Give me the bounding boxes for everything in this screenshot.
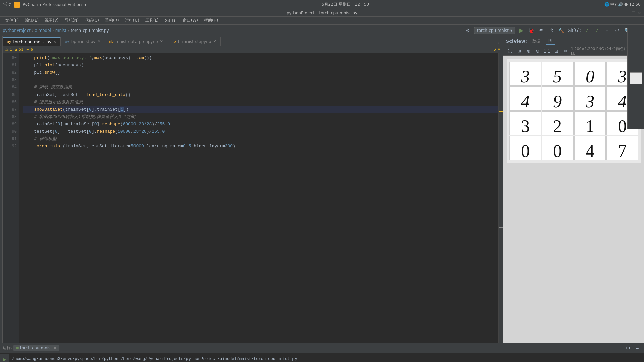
digit-cell-6: 3: [574, 86, 606, 111]
maximize-btn[interactable]: □: [632, 10, 636, 15]
toolbar-settings-btn[interactable]: ⚙: [464, 26, 472, 35]
menu-file[interactable]: 文件(F): [3, 17, 21, 24]
menu-refactor[interactable]: 重构(R): [102, 17, 122, 24]
digit-cell-13: 0: [542, 136, 573, 160]
zoom-out-btn[interactable]: ⊖: [534, 47, 542, 55]
run-config-box[interactable]: torch-cpu-mnist ▾: [474, 27, 515, 34]
svg-text:7: 7: [618, 141, 627, 160]
right-gutter: [498, 53, 503, 343]
toolbar: pythonProject › aimodel › mnist › torch-…: [0, 25, 644, 36]
image-grid-container: 3 5 0: [503, 56, 644, 343]
expand-btn[interactable]: ∧ ∨: [494, 47, 500, 52]
git-update-btn[interactable]: ↑: [603, 26, 611, 35]
app-name-label: PyCharm Professional Edition: [23, 2, 82, 7]
tab-tf-mnist[interactable]: nb tf-mnist-st.ipynb ✕: [167, 37, 221, 46]
code-line-83: [23, 76, 498, 84]
menu-code[interactable]: 代码(C): [82, 17, 102, 24]
code-line-81: plt.plot(accuracys): [23, 62, 498, 69]
code-line-86: # 随机显示图像及其信息: [23, 99, 498, 106]
bottom-minimize-btn[interactable]: –: [633, 344, 641, 352]
gutter-warn-2: [499, 227, 503, 228]
menu-view[interactable]: 视图(V): [42, 17, 61, 24]
breadcrumb-file: torch-cpu-mnist.py: [71, 28, 109, 33]
svg-text:3: 3: [521, 67, 530, 85]
window-controls[interactable]: – □ ×: [627, 10, 641, 15]
git-history-btn[interactable]: ↩: [613, 26, 621, 35]
bottom-content: ▶ ↑ ■ ↓ 📌 /home/wang/anaconda3/envs/pysp…: [0, 353, 644, 362]
code-lines[interactable]: print('max accuracy: ',max(accuracys).it…: [19, 53, 498, 343]
tab-bp-close[interactable]: ✕: [97, 39, 100, 44]
run-config-tab[interactable]: torch-cpu-mnist ✕: [13, 345, 59, 351]
grid-btn[interactable]: ⊞: [516, 47, 524, 55]
title-bar: pythonProject – torch-cpu-mnist.py – □ ×: [0, 9, 644, 17]
run-dot: [16, 347, 19, 349]
run-title-label: 运行:: [3, 345, 12, 351]
svg-text:4: 4: [521, 92, 530, 110]
digit-cell-15: 7: [606, 136, 638, 160]
editor-menu-btn[interactable]: ⋮: [493, 41, 503, 46]
code-container: 80 81 82 83 84 85 86 87 88 89 90 91 92 p…: [3, 53, 503, 343]
digit-cell-8: 3: [509, 111, 541, 135]
menu-tools[interactable]: 工具(L): [143, 17, 161, 24]
fit-page-btn[interactable]: ⊡: [552, 47, 560, 55]
digit-cell-5: 9: [542, 86, 573, 111]
tab-mnist-pre[interactable]: nb mnist-data-pre.ipynb ✕: [105, 37, 167, 46]
code-line-90: testSet[0] = testSet[0].reshape(10000,28…: [23, 128, 498, 135]
minimize-btn[interactable]: –: [627, 10, 630, 15]
menu-edit[interactable]: 编辑(E): [22, 17, 41, 24]
run-config-name: torch-cpu-mnist: [477, 28, 509, 33]
zoom-in-btn[interactable]: ⊕: [525, 47, 533, 55]
activities-label[interactable]: 活动: [3, 2, 11, 7]
tab-torch-close[interactable]: ✕: [53, 40, 56, 44]
menu-run[interactable]: 运行(U): [122, 17, 142, 24]
code-line-88: # 将图像28*28转换为1维数据,像素值转为0-1之间: [23, 113, 498, 121]
menu-help[interactable]: 帮助(H): [201, 17, 221, 24]
top-bar-right: 🌐 中▾ 🔊 ● 12:50: [604, 2, 641, 7]
build-btn[interactable]: 🔨: [557, 26, 566, 35]
gutter-warn-1: [499, 111, 503, 112]
bottom-panel-controls: ⚙ –: [624, 344, 641, 352]
sciview-tab-image[interactable]: 图: [546, 37, 555, 45]
bottom-tabs-header: 运行: torch-cpu-mnist ✕ ⚙ –: [0, 343, 644, 353]
zoom-fit-btn[interactable]: ⛶: [506, 47, 514, 55]
breadcrumb-aimodel[interactable]: aimodel: [35, 28, 51, 33]
tab-tf-close[interactable]: ✕: [213, 39, 216, 44]
run-btn[interactable]: ▶: [517, 26, 525, 35]
digit-cell-12: 0: [509, 136, 541, 160]
console-output: /home/wang/anaconda3/envs/pyspace/bin/py…: [9, 354, 644, 362]
svg-text:4: 4: [618, 92, 627, 110]
sciview-tab-data[interactable]: 数据: [530, 38, 543, 45]
menu-git[interactable]: Git(G): [162, 18, 179, 24]
menu-navigate[interactable]: 导航(N): [62, 17, 82, 24]
svg-text:4: 4: [586, 141, 594, 160]
run-tab-close[interactable]: ✕: [53, 346, 57, 350]
bottom-settings-btn[interactable]: ⚙: [624, 344, 632, 352]
sciview-toolbar: ⛶ ⊞ ⊕ ⊖ 1:1 ⊡ ✏ 1,200×1,200 PNG (24 位颜色)…: [503, 46, 644, 56]
svg-text:0: 0: [618, 116, 627, 135]
code-line-91: # 训练模型: [23, 135, 498, 143]
minimap-thumb: [630, 72, 642, 84]
run-again-btn[interactable]: ▶: [1, 356, 8, 362]
system-tray: 🌐 中▾ 🔊 ● 12:50: [604, 2, 641, 7]
bottom-panel: 运行: torch-cpu-mnist ✕ ⚙ – ▶ ↑ ■ ↓ 📌 /hom…: [0, 343, 644, 362]
code-line-87: showDataSet(trainSet[0],trainSet[1]): [23, 106, 498, 113]
tab-torch-cpu-mnist[interactable]: py torch-cpu-mnist.py ✕: [3, 37, 61, 46]
actual-size-btn[interactable]: 1:1: [543, 47, 551, 55]
coverage-btn[interactable]: ☂: [537, 26, 545, 35]
tab-bp-label: bp-mnist.py: [71, 39, 96, 44]
tab-pre-close[interactable]: ✕: [160, 39, 163, 44]
profile-btn[interactable]: ⏱: [547, 26, 555, 35]
git-check-btn[interactable]: ✓: [593, 26, 601, 35]
svg-text:0: 0: [521, 141, 530, 160]
breadcrumb-project[interactable]: pythonProject: [3, 28, 31, 33]
annotate-btn[interactable]: ✏: [561, 47, 570, 55]
git-ok-btn[interactable]: ✓: [583, 26, 591, 35]
debug-btn[interactable]: 🐞: [527, 26, 535, 35]
menu-window[interactable]: 窗口(W): [180, 17, 201, 24]
svg-text:5: 5: [553, 67, 562, 85]
breadcrumb-mnist[interactable]: mnist: [55, 28, 67, 33]
tab-bp-mnist[interactable]: py bp-mnist.py ✕: [61, 37, 105, 46]
git-label: Git(G):: [568, 28, 581, 33]
close-btn[interactable]: ×: [638, 10, 641, 15]
warning-51: ▲ 51: [15, 47, 23, 52]
